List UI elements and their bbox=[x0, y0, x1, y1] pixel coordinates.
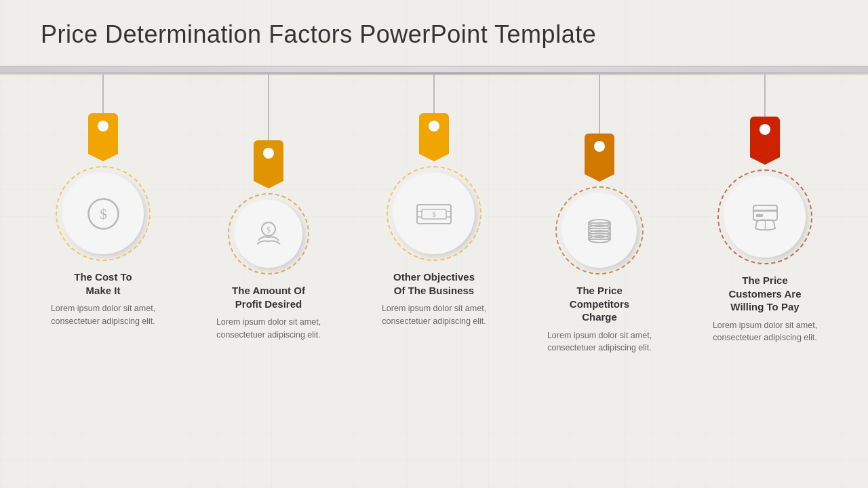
page-title: Price Determination Factors PowerPoint T… bbox=[41, 20, 827, 49]
tag-top-3 bbox=[419, 113, 449, 139]
divider bbox=[0, 66, 868, 73]
tag-body-5 bbox=[750, 142, 780, 157]
factor-desc-5: Lorem ipsum dolor sit amet, consectetuer… bbox=[697, 319, 833, 345]
factor-title-2: The Amount OfProfit Desired bbox=[232, 284, 305, 310]
circle-inner-3: $ bbox=[393, 173, 475, 254]
icon-circle-3: $ bbox=[387, 154, 481, 261]
icon-circle-1: $ bbox=[56, 154, 151, 261]
rope-3 bbox=[433, 73, 435, 113]
coin-icon: $ bbox=[85, 195, 122, 232]
svg-rect-20 bbox=[756, 214, 763, 217]
header: Price Determination Factors PowerPoint T… bbox=[0, 0, 868, 73]
svg-text:$: $ bbox=[100, 205, 107, 222]
factor-title-1: The Cost ToMake It bbox=[74, 270, 132, 297]
circle-inner-1: $ bbox=[62, 173, 144, 254]
circle-inner-5 bbox=[724, 176, 806, 258]
svg-rect-18 bbox=[753, 205, 777, 220]
circle-outer-3: $ bbox=[387, 166, 481, 261]
factor-title-5: The PriceCustomers AreWilling To Pay bbox=[729, 274, 802, 314]
factor-profit: $ The Amount OfProfit Desired Lorem ipsu… bbox=[201, 73, 336, 342]
rope-1 bbox=[102, 73, 104, 113]
tag-body-1 bbox=[88, 139, 118, 154]
factors-container: $ The Cost ToMake It Lorem ipsum dolor s… bbox=[0, 73, 868, 354]
circle-inner-4 bbox=[562, 193, 637, 268]
circle-outer-2: $ bbox=[228, 193, 309, 274]
coins-stack-icon bbox=[583, 214, 616, 247]
rope-4 bbox=[599, 73, 600, 134]
icon-circle-5 bbox=[717, 157, 812, 264]
tag-top-5 bbox=[750, 117, 780, 142]
factor-desc-2: Lorem ipsum dolor sit amet, consectetuer… bbox=[201, 316, 336, 342]
factor-desc-3: Lorem ipsum dolor sit amet, consectetuer… bbox=[366, 302, 502, 328]
svg-text:$: $ bbox=[267, 225, 271, 235]
circle-outer-4 bbox=[555, 186, 644, 274]
factor-desc-1: Lorem ipsum dolor sit amet, consectetuer… bbox=[35, 302, 171, 328]
factor-title-3: Other ObjectivesOf The Business bbox=[393, 270, 475, 297]
factor-cost: $ The Cost ToMake It Lorem ipsum dolor s… bbox=[35, 73, 171, 328]
money-transfer-icon: $ bbox=[414, 197, 454, 230]
svg-text:$: $ bbox=[432, 210, 436, 218]
tag-top-4 bbox=[585, 134, 614, 159]
factor-title-4: The PriceCompetitorsCharge bbox=[570, 284, 629, 324]
circle-outer-5 bbox=[717, 169, 812, 264]
factor-customers: The PriceCustomers AreWilling To Pay Lor… bbox=[697, 73, 833, 344]
tag-body-4 bbox=[585, 159, 614, 174]
factor-objectives: $ Other ObjectivesOf The Business Lorem … bbox=[366, 73, 502, 328]
tag-body-2 bbox=[254, 166, 283, 181]
hands-money-icon: $ bbox=[252, 217, 285, 251]
tag-body-3 bbox=[419, 139, 449, 154]
circle-inner-2: $ bbox=[235, 200, 302, 268]
tag-top-1 bbox=[88, 113, 118, 139]
hand-card-icon bbox=[747, 200, 784, 234]
circle-outer-1: $ bbox=[56, 166, 151, 261]
icon-circle-2: $ bbox=[228, 181, 309, 274]
rope-2 bbox=[268, 73, 269, 140]
factor-desc-4: Lorem ipsum dolor sit amet, consectetuer… bbox=[532, 329, 667, 355]
rope-5 bbox=[764, 73, 766, 117]
tag-top-2 bbox=[254, 140, 283, 166]
factor-competitors: The PriceCompetitorsCharge Lorem ipsum d… bbox=[532, 73, 667, 354]
icon-circle-4 bbox=[555, 174, 644, 274]
